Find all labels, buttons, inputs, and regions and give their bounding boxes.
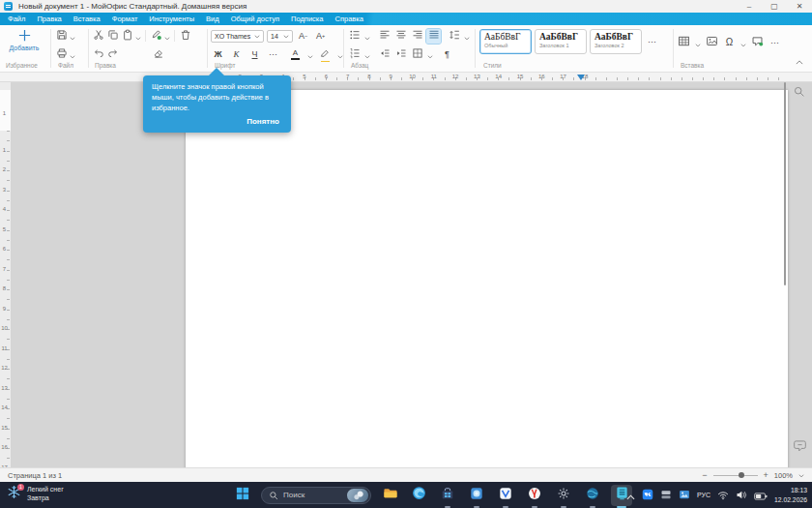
globe-app-icon[interactable] (582, 485, 603, 506)
paste-button[interactable] (120, 29, 134, 44)
tray-vk-icon[interactable] (642, 487, 653, 504)
menu-tools[interactable]: Инструменты (149, 15, 194, 23)
italic-button[interactable]: К (229, 47, 244, 62)
menu-file[interactable]: Файл (8, 15, 25, 23)
numbered-list-dropdown[interactable] (363, 47, 371, 62)
insert-table-button[interactable] (677, 36, 691, 50)
delete-button[interactable] (178, 29, 192, 44)
increase-font-button[interactable]: А+ (313, 29, 328, 44)
edge-browser-icon[interactable] (408, 485, 429, 506)
store-app-icon[interactable] (437, 485, 458, 506)
start-button[interactable] (232, 485, 253, 506)
language-indicator[interactable]: РУС (697, 492, 710, 498)
menu-share[interactable]: Общий доступ (231, 15, 279, 23)
got-it-button[interactable]: Понятно (246, 117, 279, 126)
highlight-button[interactable] (318, 47, 333, 62)
insert-symbol-dropdown[interactable] (740, 36, 747, 50)
bold-button[interactable]: Ж (211, 47, 225, 62)
style-heading2[interactable]: АаБбВвГ Заголовок 2 (590, 29, 642, 54)
borders-button[interactable] (410, 47, 424, 62)
search-highlight-image[interactable] (347, 489, 368, 502)
undo-button[interactable] (91, 47, 105, 62)
style-heading1[interactable]: АаБбВвГ Заголовок 1 (535, 29, 587, 54)
line-spacing-dropdown[interactable] (463, 29, 471, 44)
menu-help[interactable]: Справка (334, 15, 362, 23)
line-spacing-button[interactable] (447, 29, 461, 44)
yandex-browser-icon[interactable] (524, 485, 545, 506)
bullet-list-button[interactable] (347, 29, 362, 44)
style-normal[interactable]: АаБбВвГ Обычный (479, 29, 532, 54)
tray-device-icon[interactable] (660, 487, 672, 504)
increase-indent-button[interactable] (393, 47, 408, 62)
format-painter-button[interactable] (149, 29, 163, 44)
menu-edit[interactable]: Правка (37, 15, 61, 23)
redo-button[interactable] (105, 47, 120, 62)
print-dropdown[interactable] (69, 47, 76, 62)
zoom-out-button[interactable]: − (702, 471, 707, 480)
font-size-select[interactable]: 14 (267, 30, 293, 43)
document-page[interactable] (186, 90, 788, 467)
vertical-scrollbar[interactable] (784, 82, 786, 285)
more-font-options-button[interactable]: ··· (266, 47, 280, 62)
v-app-icon[interactable] (495, 485, 516, 506)
maximize-button[interactable]: ▢ (762, 0, 787, 13)
save-dropdown[interactable] (69, 29, 76, 44)
collapse-toolbar-button[interactable] (792, 53, 806, 68)
close-button[interactable]: ✕ (787, 0, 812, 13)
show-marks-button[interactable]: ¶ (440, 47, 454, 62)
justify-button[interactable] (426, 29, 441, 44)
indent-marker[interactable] (577, 75, 585, 80)
clock[interactable]: 18:13 12.02.2026 (774, 486, 807, 503)
paste-dropdown[interactable] (134, 29, 142, 44)
print-button[interactable] (54, 47, 69, 62)
zoom-slider[interactable] (713, 475, 758, 476)
font-color-dropdown[interactable] (306, 47, 314, 62)
horizontal-ruler[interactable]: 123456789101112131415161718 (0, 73, 812, 82)
zoom-slider-knob[interactable] (739, 472, 744, 478)
copy-button[interactable] (105, 29, 120, 44)
tray-photo-icon[interactable] (679, 487, 690, 504)
menu-subscription[interactable]: Подписка (291, 15, 323, 23)
borders-dropdown[interactable] (426, 47, 434, 62)
taskbar-search[interactable]: Поиск (261, 487, 371, 504)
insert-symbol-button[interactable]: Ω (722, 36, 737, 50)
numbered-list-button[interactable] (347, 47, 362, 62)
volume-indicator[interactable] (736, 487, 747, 504)
menu-insert[interactable]: Вставка (73, 15, 101, 23)
vertical-ruler[interactable]: 1 1234567891011121314151617 (0, 82, 11, 467)
menu-format[interactable]: Формат (112, 15, 138, 23)
settings-app-icon[interactable] (553, 485, 574, 506)
bullet-list-dropdown[interactable] (363, 29, 371, 44)
align-center-button[interactable] (393, 29, 408, 44)
zoom-level[interactable]: 100% (774, 471, 793, 480)
search-panel-button[interactable] (793, 84, 805, 102)
wifi-indicator[interactable] (717, 487, 729, 504)
decrease-font-button[interactable]: А− (296, 29, 310, 44)
battery-indicator[interactable] (754, 487, 768, 504)
zoom-in-button[interactable]: + (764, 471, 768, 480)
clear-formatting-button[interactable] (151, 47, 165, 62)
insert-image-button[interactable] (705, 36, 719, 50)
save-button[interactable] (54, 29, 69, 44)
more-styles-button[interactable]: ··· (645, 35, 659, 49)
file-explorer-icon[interactable] (379, 485, 400, 506)
zoom-dropdown[interactable] (798, 471, 804, 480)
weather-widget[interactable]: 1 Легкий снег Завтра (6, 485, 64, 502)
add-favorite-button[interactable] (16, 29, 33, 44)
tray-expand-button[interactable] (626, 487, 635, 504)
feedback-button[interactable] (793, 438, 807, 457)
decrease-indent-button[interactable] (377, 47, 392, 62)
font-color-button[interactable]: А (288, 47, 303, 62)
cut-button[interactable] (91, 29, 105, 44)
underline-button[interactable]: Ч (247, 47, 262, 62)
align-right-button[interactable] (410, 29, 424, 44)
minimize-button[interactable]: – (737, 0, 762, 13)
menu-view[interactable]: Вид (206, 15, 219, 23)
align-left-button[interactable] (377, 29, 392, 44)
font-family-select[interactable]: XO Thames (211, 30, 264, 43)
more-insert-button[interactable]: ··· (768, 36, 782, 50)
insert-comment-button[interactable] (750, 36, 765, 50)
format-painter-dropdown[interactable] (163, 29, 171, 44)
photos-app-icon[interactable] (466, 485, 487, 506)
insert-table-dropdown[interactable] (694, 36, 702, 50)
